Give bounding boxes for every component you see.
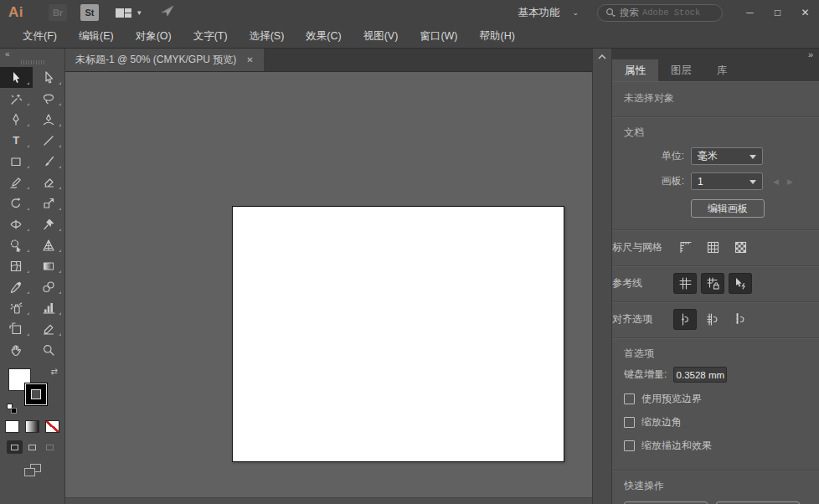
show-guides-button[interactable] [674,274,696,293]
magic-wand-tool[interactable] [0,88,33,109]
bridge-icon[interactable]: Br [49,4,67,21]
perspective-grid-tool[interactable] [33,234,65,255]
gradient-button[interactable] [25,420,39,433]
stroke-color-swatch[interactable] [25,383,47,405]
previous-artboard-icon[interactable]: ◀ [773,177,779,186]
menu-object[interactable]: 对象(O) [125,29,183,44]
shape-builder-tool[interactable] [0,234,33,255]
artboard[interactable] [232,206,564,462]
tools-drag-grip[interactable] [21,60,44,64]
shaper-tool-icon [9,176,23,189]
mesh-tool[interactable] [0,255,33,276]
share-paper-plane-icon[interactable] [160,4,175,21]
arrange-documents-chevron-icon[interactable]: ▾ [137,8,142,17]
menu-effect[interactable]: 效果(C) [295,29,352,44]
lasso-tool[interactable] [33,88,65,109]
default-fill-stroke-icon[interactable] [7,404,17,414]
direct-selection-tool[interactable] [33,67,65,88]
slice-tool[interactable] [33,318,65,339]
keyboard-increment-input[interactable]: 0.3528 mm [673,367,727,383]
horizontal-scrollbar[interactable] [65,497,592,504]
stock-icon[interactable]: St [80,4,99,21]
panel-collapse-icon[interactable]: » [612,49,819,59]
draw-normal-mode-button[interactable] [7,440,23,454]
none-button[interactable] [45,420,59,433]
paintbrush-tool[interactable] [33,151,65,172]
column-graph-tool[interactable] [33,297,65,318]
show-transparency-grid-button[interactable] [729,238,751,257]
line-segment-tool[interactable] [33,130,65,151]
shaper-tool[interactable] [0,172,33,193]
minimize-button[interactable]: ─ [736,2,764,23]
workspace-switcher[interactable]: 基本功能 ⌄ [518,6,579,20]
draw-inside-mode-button[interactable] [42,440,58,454]
scale-strokes-effects-row[interactable]: 缩放描边和效果 [624,439,807,453]
tools-collapse-icon[interactable]: « [0,49,64,59]
blend-tool-icon [42,280,55,294]
curvature-tool[interactable] [33,109,65,130]
eyedropper-tool[interactable] [0,276,33,297]
snap-to-grid-button[interactable] [702,310,724,329]
use-preview-bounds-checkbox[interactable] [624,393,635,404]
gradient-tool[interactable] [33,255,65,276]
document-tab-close-icon[interactable]: ✕ [246,55,253,64]
edit-artboards-button[interactable]: 编辑画板 [691,199,765,218]
preferences-section-header: 首选项 [624,347,807,361]
maximize-button[interactable]: □ [764,2,791,23]
menu-file[interactable]: 文件(F) [12,29,68,44]
rotate-tool[interactable] [0,193,33,213]
smart-guides-button[interactable] [729,274,751,293]
tab-layers[interactable]: 图层 [658,59,704,81]
artboard-label: 画板: [624,174,684,188]
collapsed-dock-strip[interactable] [592,49,612,504]
draw-behind-mode-button[interactable] [24,440,40,454]
scale-strokes-effects-checkbox[interactable] [624,440,635,451]
canvas-viewport[interactable] [65,72,592,504]
pen-tool[interactable] [0,109,33,130]
expand-dock-chevron-icon [598,54,606,59]
puppet-warp-tool[interactable] [33,213,65,234]
close-button[interactable]: ✕ [791,2,819,23]
color-button[interactable] [5,420,19,433]
scale-corners-label: 缩放边角 [641,415,682,429]
artboard-tool[interactable] [0,318,33,339]
snap-to-point-button[interactable] [674,310,696,329]
type-tool[interactable]: T [0,130,33,151]
scale-corners-checkbox[interactable] [624,417,635,428]
use-preview-bounds-row[interactable]: 使用预览边界 [624,392,807,406]
adobe-stock-search-input[interactable]: 搜索 Adobe Stock [597,4,723,22]
arrange-documents-icon[interactable] [116,8,131,18]
symbol-sprayer-tool-icon [9,301,23,315]
menu-select[interactable]: 选择(S) [239,29,296,44]
show-grid-button[interactable] [702,238,724,257]
snap-to-point-icon [678,312,693,327]
units-label: 单位: [624,149,684,163]
swap-fill-stroke-icon[interactable]: ⇄ [51,367,58,376]
selection-tool[interactable] [0,67,33,88]
rectangle-tool[interactable] [0,151,33,172]
symbol-sprayer-tool[interactable] [0,297,33,318]
scale-tool[interactable] [33,193,65,213]
tab-properties[interactable]: 属性 [612,59,658,81]
show-rulers-button[interactable] [674,238,696,257]
blend-tool[interactable] [33,276,65,297]
lock-guides-button[interactable] [702,274,724,293]
document-tab[interactable]: 未标题-1 @ 50% (CMYK/GPU 预览) ✕ [65,49,264,71]
artboard-dropdown[interactable]: 1 [691,172,763,190]
menu-view[interactable]: 视图(V) [353,29,410,44]
snap-to-pixel-button[interactable] [729,310,751,329]
menu-type[interactable]: 文字(T) [183,29,239,44]
window-controls: ─ □ ✕ [736,2,819,23]
menu-edit[interactable]: 编辑(E) [68,29,125,44]
scale-corners-row[interactable]: 缩放边角 [624,415,807,429]
menu-window[interactable]: 窗口(W) [409,29,468,44]
width-tool[interactable] [0,213,33,234]
menu-help[interactable]: 帮助(H) [469,29,526,44]
zoom-tool[interactable] [33,339,65,360]
units-dropdown[interactable]: 毫米 [691,147,763,165]
eraser-tool[interactable] [33,172,65,193]
next-artboard-icon[interactable]: ▶ [787,177,793,186]
hand-tool[interactable] [0,339,33,360]
change-screen-mode-button[interactable] [24,464,41,476]
tab-libraries[interactable]: 库 [704,59,740,81]
